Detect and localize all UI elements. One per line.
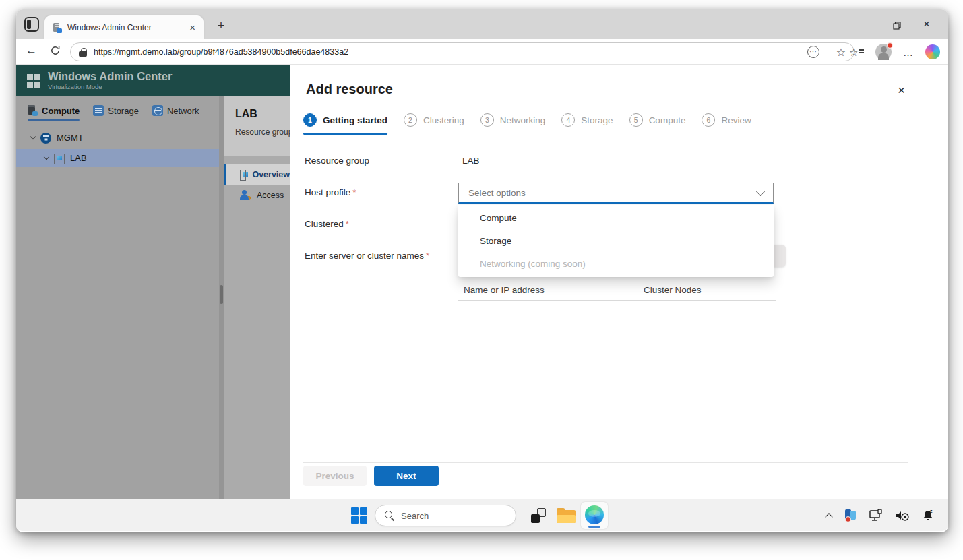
- tool-item-access[interactable]: Access: [224, 185, 290, 206]
- group-subtitle: Resource group: [235, 127, 290, 137]
- volume-muted-tray-icon[interactable]: [895, 509, 910, 522]
- table-divider: [458, 300, 776, 301]
- option-storage[interactable]: Storage: [458, 229, 774, 252]
- focus-assist-bell-tray-icon[interactable]: z: [921, 509, 935, 522]
- clustered-label: Clustered*: [305, 219, 349, 229]
- browser-tab[interactable]: Windows Admin Center ×: [44, 15, 204, 39]
- host-profile-dropdown[interactable]: Select options: [458, 183, 774, 204]
- svg-text:z: z: [930, 509, 933, 514]
- hidden-icons-chevron[interactable]: [825, 513, 832, 520]
- windows-taskbar: Search z: [16, 499, 948, 531]
- next-button[interactable]: Next: [374, 466, 439, 486]
- browser-toolbar: ← https://mgmt.demo.lab/group/b9f4876ad5…: [16, 39, 948, 65]
- required-asterisk: *: [352, 187, 356, 197]
- windows-logo-icon: [27, 74, 40, 88]
- wizard-steps: 1 Getting started 2 Clustering 3 Network…: [303, 113, 768, 135]
- browser-window: Windows Admin Center × + – × ← https://m…: [16, 9, 948, 532]
- tab-network[interactable]: Network: [152, 105, 199, 121]
- notification-dot: [887, 42, 893, 49]
- dropdown-options-panel: Compute Storage Networking (coming soon): [458, 205, 774, 277]
- sync-error-tray-icon[interactable]: [843, 509, 857, 522]
- sidebar-tabs: Compute Storage Network: [16, 96, 219, 121]
- system-tray: z: [826, 499, 935, 532]
- overview-icon: [240, 170, 246, 179]
- tab-storage[interactable]: Storage: [93, 105, 139, 121]
- footer-divider: [303, 462, 908, 463]
- tab-compute[interactable]: Compute: [28, 105, 80, 121]
- wac-subtitle: Virtualization Mode: [48, 83, 172, 90]
- previous-button[interactable]: Previous: [303, 466, 367, 486]
- sidebar-scrollbar[interactable]: [219, 96, 224, 499]
- favorites-list-icon[interactable]: ☆: [849, 45, 864, 59]
- tree-item-mgmt[interactable]: MGMT: [16, 129, 219, 147]
- chevron-down-icon[interactable]: [30, 134, 36, 139]
- step-clustering[interactable]: 2 Clustering: [404, 113, 464, 135]
- required-asterisk: *: [426, 251, 429, 261]
- resource-group-value: LAB: [462, 156, 480, 166]
- step-getting-started[interactable]: 1 Getting started: [303, 113, 387, 135]
- start-button[interactable]: [350, 507, 368, 524]
- tree-item-lab-selected[interactable]: LAB: [16, 149, 219, 167]
- resource-group-label: Resource group: [305, 156, 369, 166]
- file-explorer-button[interactable]: [557, 508, 576, 523]
- host-profile-label: Host profile*: [305, 187, 356, 197]
- workspaces-icon[interactable]: [24, 17, 39, 32]
- option-compute[interactable]: Compute: [458, 206, 774, 229]
- search-placeholder: Search: [401, 511, 429, 521]
- minimize-button[interactable]: –: [852, 19, 882, 30]
- panel-close-icon[interactable]: ×: [898, 84, 905, 96]
- taskbar-search[interactable]: Search: [375, 505, 516, 526]
- add-resource-panel: Add resource × 1 Getting started 2 Clust…: [290, 65, 948, 499]
- address-bar[interactable]: https://mgmt.demo.lab/group/b9f4876ad538…: [70, 42, 855, 61]
- edge-icon: [585, 505, 604, 524]
- panel-title: Add resource: [306, 82, 393, 97]
- connections-sidebar: Compute Storage Network: [16, 96, 219, 499]
- column-cluster-nodes: Cluster Nodes: [644, 285, 702, 295]
- step-compute[interactable]: 5 Compute: [629, 113, 686, 135]
- required-asterisk: *: [346, 219, 349, 229]
- wac-header: Windows Admin Center Virtualization Mode: [16, 65, 290, 96]
- chevron-down-icon[interactable]: [44, 154, 49, 160]
- favorite-star-icon[interactable]: ☆: [836, 46, 846, 59]
- group-tools-panel: LAB Resource group Overview Access: [224, 96, 290, 499]
- close-button[interactable]: ×: [912, 18, 941, 31]
- settings-menu-icon[interactable]: …: [903, 46, 914, 58]
- storage-icon: [93, 105, 104, 116]
- wac-app-dimmed: Windows Admin Center Virtualization Mode…: [16, 65, 290, 499]
- access-icon: [240, 190, 251, 200]
- edge-browser-button-active[interactable]: [581, 502, 608, 529]
- wac-title: Windows Admin Center: [48, 71, 172, 82]
- toolbar-right: ☆ …: [849, 39, 940, 65]
- dropdown-placeholder: Select options: [468, 188, 757, 198]
- tab-title: Windows Admin Center: [67, 23, 188, 32]
- connections-tree: MGMT LAB: [16, 129, 219, 167]
- network-icon: [152, 105, 163, 116]
- cluster-icon: [40, 133, 51, 144]
- screenshot-frame: Windows Admin Center × + – × ← https://m…: [0, 0, 963, 560]
- step-storage[interactable]: 4 Storage: [561, 113, 613, 135]
- search-icon: [385, 511, 394, 520]
- group-title: LAB: [235, 108, 290, 120]
- copilot-icon[interactable]: [925, 44, 940, 59]
- chevron-down-icon[interactable]: [756, 187, 765, 196]
- back-icon[interactable]: ←: [26, 44, 37, 57]
- tool-item-overview[interactable]: Overview: [224, 164, 290, 185]
- step-review[interactable]: 6 Review: [702, 113, 751, 135]
- refresh-icon[interactable]: [50, 45, 61, 59]
- column-name-or-ip: Name or IP address: [464, 285, 545, 295]
- site-permissions-icon[interactable]: ···: [807, 46, 819, 58]
- restore-button[interactable]: [882, 19, 912, 30]
- scrollbar-thumb[interactable]: [220, 285, 223, 304]
- step-networking[interactable]: 3 Networking: [480, 113, 546, 135]
- host-group-icon: [54, 154, 65, 163]
- url-text: https://mgmt.demo.lab/group/b9f4876ad538…: [94, 47, 807, 57]
- tab-close-icon[interactable]: ×: [188, 22, 197, 33]
- option-networking-disabled: Networking (coming soon): [458, 252, 774, 275]
- lock-icon: [79, 48, 87, 57]
- site-favicon-icon: [51, 22, 62, 33]
- network-tray-icon[interactable]: [869, 509, 883, 522]
- server-names-label: Enter server or cluster names*: [305, 251, 429, 261]
- profile-avatar[interactable]: [875, 44, 892, 60]
- new-tab-button[interactable]: +: [213, 19, 229, 33]
- task-view-button[interactable]: [531, 508, 546, 523]
